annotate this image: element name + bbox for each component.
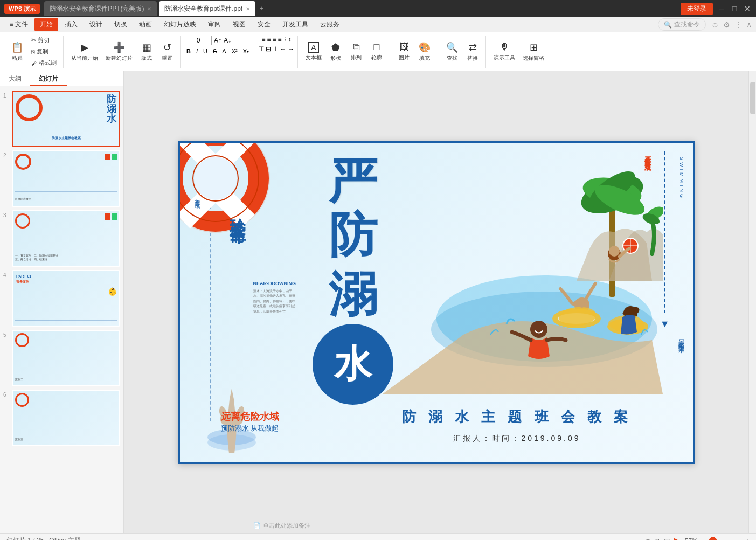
layout-button[interactable]: ▦ 版式 [137, 38, 156, 66]
menu-design[interactable]: 设计 [84, 18, 108, 31]
tab2-close[interactable]: ✕ [246, 6, 250, 12]
zoom-in-icon[interactable]: + [745, 537, 750, 541]
close-button[interactable]: ✕ [743, 4, 752, 13]
shadow-button[interactable]: A [220, 47, 227, 55]
menu-insert[interactable]: 插入 [59, 18, 83, 31]
slide-thumb-2[interactable]: 目录内容展示 [12, 150, 120, 207]
menu-security[interactable]: 安全 [252, 18, 276, 31]
superscript-button[interactable]: X² [230, 47, 239, 55]
tab-slides[interactable]: 幻灯片 [30, 71, 67, 86]
slide-item-4[interactable]: 4 PART 01 背景案例 👶 [3, 270, 120, 327]
more-icon[interactable]: ⋮ [734, 20, 742, 29]
play-button[interactable]: ▶ [674, 536, 681, 540]
minimize-button[interactable]: ─ [717, 4, 726, 13]
right-scrollbar[interactable] [748, 71, 756, 533]
align-top-icon[interactable]: ⊤ [259, 45, 264, 53]
menu-cloud[interactable]: 云服务 [315, 18, 345, 31]
login-button[interactable]: 未登录 [681, 3, 713, 15]
menu-view[interactable]: 视图 [227, 18, 251, 31]
find-button[interactable]: 🔍 查找 [442, 38, 462, 66]
menu-animation[interactable]: 动画 [134, 18, 157, 31]
indent-right-icon[interactable]: → [288, 45, 294, 53]
slide-thumb-5[interactable]: 案例二 [12, 330, 120, 386]
add-note-bar[interactable]: 📄 单击此处添加备注 [253, 522, 310, 530]
menu-start[interactable]: 开始 [34, 18, 58, 31]
present-group: 🎙 演示工具 ⊞ 选择窗格 [487, 36, 551, 68]
status-bar: 幻灯片 1 / 35 Office 主题 ≡ ⊞ ▣ ▶ 57% + [0, 533, 756, 540]
cols-icon[interactable]: ⫶ [283, 36, 287, 43]
subscript-button[interactable]: X₂ [241, 47, 251, 56]
strikethrough-button[interactable]: S [211, 47, 218, 55]
tab1-close[interactable]: ✕ [147, 6, 151, 12]
start-from-here-button[interactable]: ▶ 从当前开始 [68, 38, 101, 66]
add-tab[interactable]: + [260, 5, 263, 12]
outline-button[interactable]: □ 轮廓 [367, 38, 386, 66]
maximize-button[interactable]: □ [730, 4, 739, 13]
align-middle-icon[interactable]: ⊟ [266, 45, 271, 53]
present-tool-button[interactable]: 🎙 演示工具 [490, 38, 518, 66]
menu-review[interactable]: 审阅 [203, 18, 226, 31]
copy-label: 复制 [37, 47, 48, 56]
format-painter-button[interactable]: 🖌 格式刷 [28, 58, 60, 68]
present-label: 演示工具 [494, 54, 515, 61]
svg-point-24 [530, 321, 547, 338]
view-grid-icon[interactable]: ⊞ [654, 537, 660, 541]
slide-item-1[interactable]: 1 防溺水 防溺水主题班会教案 [3, 91, 120, 147]
view-reading-icon[interactable]: ▣ [664, 537, 670, 541]
menu-search[interactable]: 🔍 查找命令 [658, 18, 706, 31]
tab-outline[interactable]: 大纲 [0, 71, 30, 86]
cut-icon: ✂ [31, 37, 36, 44]
tab2[interactable]: 防溺水安全教育ppt课件.ppt ✕ [159, 1, 255, 16]
italic-button[interactable]: I [195, 47, 199, 55]
scrollbar-track[interactable] [749, 71, 757, 533]
select-pane-button[interactable]: ⊞ 选择窗格 [519, 38, 547, 66]
align-bottom-icon[interactable]: ⊥ [273, 45, 278, 53]
replace-button[interactable]: ⇄ 替换 [463, 38, 482, 66]
tab1[interactable]: 防溺水安全教育课件PPT(完美版) ✕ [44, 1, 157, 16]
slide-thumb-6[interactable]: 案例三 [12, 390, 120, 446]
copy-button[interactable]: ⎘ 复制 [28, 46, 60, 57]
menu-transition[interactable]: 切换 [109, 18, 133, 31]
slide-thumb-1[interactable]: 防溺水 防溺水主题班会教案 [12, 91, 120, 147]
menu-devtools[interactable]: 开发工具 [277, 18, 314, 31]
slide-item-5[interactable]: 5 案例二 [3, 330, 120, 386]
image-button[interactable]: 🖼 图片 [394, 38, 414, 66]
fill-button[interactable]: 🎨 填充 [415, 38, 434, 66]
justify-icon[interactable]: ≡ [278, 36, 282, 43]
font-size-down[interactable]: A↓ [224, 37, 231, 44]
shape-button[interactable]: ⬟ 形状 [326, 38, 345, 66]
cut-button[interactable]: ✂ 剪切 [28, 35, 60, 45]
smiley-icon[interactable]: ☺ [711, 20, 719, 29]
slide-item-2[interactable]: 2 目录内容展示 [3, 150, 120, 207]
slide-item-6[interactable]: 6 案例三 [3, 390, 120, 446]
font-size-up[interactable]: A↑ [214, 37, 221, 44]
menu-file[interactable]: ≡ 文件 [4, 18, 33, 31]
view-normal-icon[interactable]: ≡ [646, 537, 650, 541]
textbox-button[interactable]: A 文本框 [302, 38, 325, 66]
find-group: 🔍 查找 ⇄ 替换 [439, 36, 486, 68]
paste-button[interactable]: 📋 粘贴 [8, 38, 27, 66]
beach-illustration [383, 146, 663, 394]
menu-slideshow[interactable]: 幻灯片放映 [158, 18, 202, 31]
settings-icon[interactable]: ⚙ [723, 20, 730, 29]
arrange-button[interactable]: ⧉ 排列 [346, 38, 366, 66]
underline-button[interactable]: U [202, 47, 209, 55]
water-char: 水 [334, 339, 372, 390]
scrollbar-thumb[interactable] [750, 82, 755, 114]
reset-button[interactable]: ↺ 重置 [157, 38, 177, 66]
font-size-input[interactable] [185, 36, 212, 45]
align-right-icon[interactable]: ≡ [273, 36, 276, 43]
align-center-icon[interactable]: ≡ [267, 36, 271, 43]
new-slide-button[interactable]: ➕ 新建幻灯片 [102, 38, 136, 66]
slide-item-3[interactable]: 3 一、背景案例 二、防溺水知识要点三、死亡讨论 四、结束语 [3, 210, 120, 267]
arrange-icon: ⧉ [353, 41, 360, 53]
left-border-line [178, 141, 180, 464]
slide-thumb-4[interactable]: PART 01 背景案例 👶 [12, 270, 120, 327]
slide-thumb-3[interactable]: 一、背景案例 二、防溺水知识要点三、死亡讨论 四、结束语 [12, 210, 120, 267]
line-spacing-icon[interactable]: ↕ [288, 36, 292, 43]
reset-icon: ↺ [163, 41, 171, 53]
align-left-icon[interactable]: ≡ [261, 36, 265, 43]
collapse-ribbon-icon[interactable]: ∧ [746, 20, 752, 29]
indent-left-icon[interactable]: ← [280, 45, 286, 53]
bold-button[interactable]: B [185, 47, 192, 55]
